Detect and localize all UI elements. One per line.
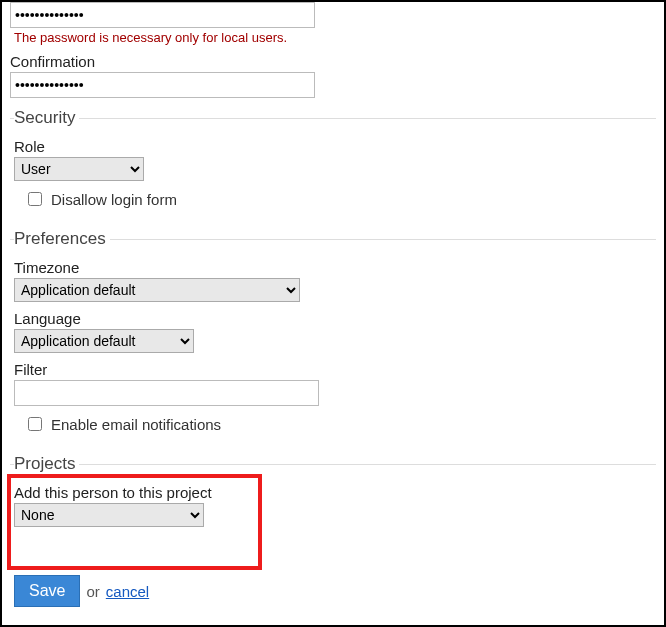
preferences-section: Preferences Timezone Application default… xyxy=(10,229,656,444)
role-select[interactable]: User xyxy=(14,157,144,181)
save-button[interactable]: Save xyxy=(14,575,80,607)
projects-legend: Projects xyxy=(14,454,79,474)
preferences-legend: Preferences xyxy=(14,229,110,249)
role-label: Role xyxy=(14,138,652,155)
cancel-link[interactable]: cancel xyxy=(106,583,149,600)
disallow-login-checkbox[interactable] xyxy=(28,192,42,206)
filter-input[interactable] xyxy=(14,380,319,406)
confirmation-field[interactable] xyxy=(10,72,315,98)
projects-section: Projects Add this person to this project… xyxy=(10,454,656,549)
filter-label: Filter xyxy=(14,361,652,378)
add-project-label: Add this person to this project xyxy=(14,484,652,501)
email-notifications-checkbox[interactable] xyxy=(28,417,42,431)
timezone-label: Timezone xyxy=(14,259,652,276)
project-select[interactable]: None xyxy=(14,503,204,527)
password-field[interactable] xyxy=(10,2,315,28)
form-actions: Save or cancel xyxy=(10,575,656,607)
language-select[interactable]: Application default xyxy=(14,329,194,353)
password-hint: The password is necessary only for local… xyxy=(10,30,656,45)
timezone-select[interactable]: Application default xyxy=(14,278,300,302)
security-section: Security Role User Disallow login form xyxy=(10,108,656,219)
language-label: Language xyxy=(14,310,652,327)
disallow-login-label: Disallow login form xyxy=(51,191,177,208)
security-legend: Security xyxy=(14,108,79,128)
confirmation-label: Confirmation xyxy=(10,53,656,70)
or-text: or xyxy=(86,583,99,600)
email-notifications-label: Enable email notifications xyxy=(51,416,221,433)
